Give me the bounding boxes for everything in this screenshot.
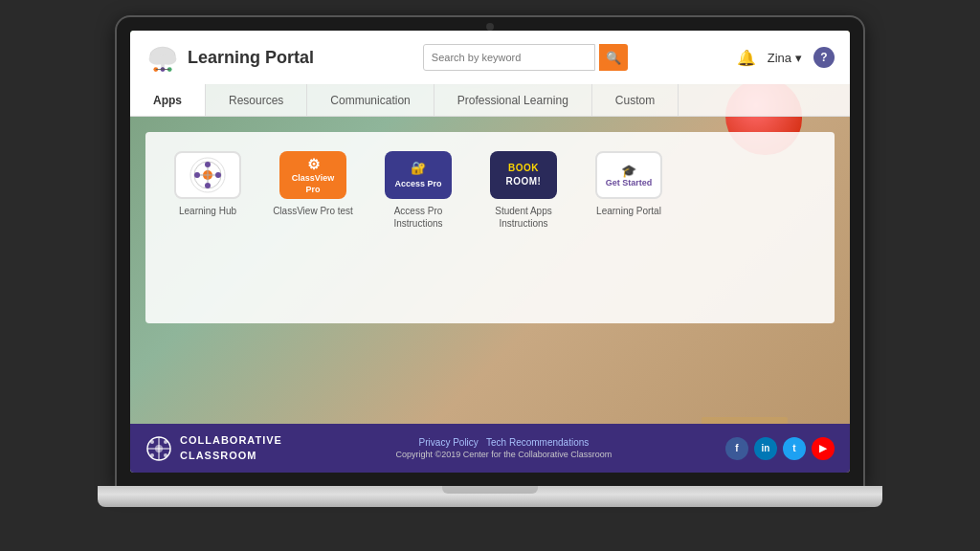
twitter-icon: t — [792, 443, 795, 453]
laptop-frame: Learning Portal 🔍 🔔 Zina ▾ — [98, 17, 882, 534]
twitter-link[interactable]: t — [783, 437, 806, 460]
svg-point-26 — [164, 453, 167, 457]
svg-point-22 — [155, 445, 163, 452]
cloud-logo-icon — [145, 43, 180, 72]
tab-custom[interactable]: Custom — [592, 84, 679, 116]
search-area: 🔍 — [314, 44, 737, 71]
chevron-down-icon: ▾ — [795, 51, 802, 65]
main-panel: Learning Hub ⚙ ClassView Pro — [145, 132, 835, 323]
tech-recommendations-link[interactable]: Tech Recommendations — [486, 437, 589, 448]
app-icon-book-room: BOOK ROOM! — [490, 151, 557, 199]
app-item-access-pro[interactable]: 🔐 Access Pro Access Pro Instructions — [375, 151, 461, 230]
tab-resources[interactable]: Resources — [206, 84, 307, 116]
collaborative-classroom-icon — [145, 435, 172, 462]
facebook-link[interactable]: f — [725, 437, 748, 460]
tab-professional-learning[interactable]: Professional Learning — [434, 84, 592, 116]
content-spacer — [130, 339, 850, 424]
content-area: Learning Hub ⚙ ClassView Pro — [130, 117, 850, 424]
svg-point-15 — [194, 172, 200, 178]
search-icon: 🔍 — [606, 51, 621, 65]
app-icon-classview: ⚙ ClassView Pro — [279, 151, 346, 199]
app-label-learning-hub: Learning Hub — [179, 205, 236, 217]
app-label-classview: ClassView Pro test — [273, 205, 353, 217]
linkedin-link[interactable]: in — [754, 437, 777, 460]
app-icon-learning-hub — [174, 151, 241, 199]
facebook-icon: f — [735, 443, 738, 453]
help-button[interactable]: ? — [813, 47, 835, 68]
svg-point-24 — [164, 440, 167, 444]
app-icon-get-started: 🎓 Get Started — [595, 151, 662, 199]
svg-point-14 — [205, 183, 211, 188]
apps-grid: Learning Hub ⚙ ClassView Pro — [165, 151, 815, 230]
screen: Learning Portal 🔍 🔔 Zina ▾ — [130, 31, 850, 473]
app-item-get-started[interactable]: 🎓 Get Started Learning Portal — [586, 151, 672, 217]
header: Learning Portal 🔍 🔔 Zina ▾ — [130, 31, 850, 84]
app-label-get-started: Learning Portal — [596, 205, 661, 217]
svg-point-13 — [205, 162, 211, 167]
footer-logo-area: COLLABORATIVECLASSROOM — [145, 433, 282, 463]
app-icon-access-pro: 🔐 Access Pro — [385, 151, 452, 199]
linkedin-icon: in — [762, 443, 770, 453]
notifications-icon[interactable]: 🔔 — [737, 49, 756, 67]
nav-tabs: Apps Resources Communication Professiona… — [130, 84, 850, 117]
user-name: Zina — [768, 51, 791, 65]
app-item-classview[interactable]: ⚙ ClassView Pro ClassView Pro test — [270, 151, 356, 217]
tab-communication[interactable]: Communication — [307, 84, 434, 116]
footer-social-links: f in t ▶ — [725, 437, 835, 460]
youtube-icon: ▶ — [819, 443, 827, 453]
youtube-link[interactable]: ▶ — [812, 437, 835, 460]
app-label-book-room: Student Apps Instructions — [480, 205, 567, 230]
user-menu[interactable]: Zina ▾ — [768, 51, 802, 65]
logo-text: Learning Portal — [188, 48, 314, 68]
footer-copyright: Copyright ©2019 Center for the Collabora… — [396, 450, 612, 459]
screen-bezel: Learning Portal 🔍 🔔 Zina ▾ — [117, 17, 863, 486]
app-item-book-room[interactable]: BOOK ROOM! Student Apps Instructions — [480, 151, 567, 230]
search-button[interactable]: 🔍 — [599, 44, 628, 71]
svg-point-16 — [215, 172, 221, 178]
svg-point-25 — [150, 453, 154, 457]
svg-rect-3 — [161, 60, 165, 67]
tab-apps[interactable]: Apps — [130, 84, 206, 116]
privacy-policy-link[interactable]: Privacy Policy — [419, 437, 479, 448]
footer: COLLABORATIVECLASSROOM Privacy Policy Te… — [130, 424, 850, 473]
app-label-access-pro: Access Pro Instructions — [375, 205, 461, 230]
laptop-base — [98, 486, 882, 507]
search-input[interactable] — [423, 44, 595, 71]
learning-hub-icon — [184, 156, 232, 194]
svg-point-23 — [150, 440, 154, 444]
header-right: 🔔 Zina ▾ ? — [737, 47, 835, 68]
help-icon: ? — [820, 51, 827, 64]
screen-inner: Learning Portal 🔍 🔔 Zina ▾ — [130, 31, 850, 473]
logo-area: Learning Portal — [145, 43, 314, 72]
footer-org-name: COLLABORATIVECLASSROOM — [180, 433, 282, 463]
app-item-learning-hub[interactable]: Learning Hub — [165, 151, 251, 217]
footer-links-area: Privacy Policy Tech Recommendations Copy… — [396, 437, 612, 459]
